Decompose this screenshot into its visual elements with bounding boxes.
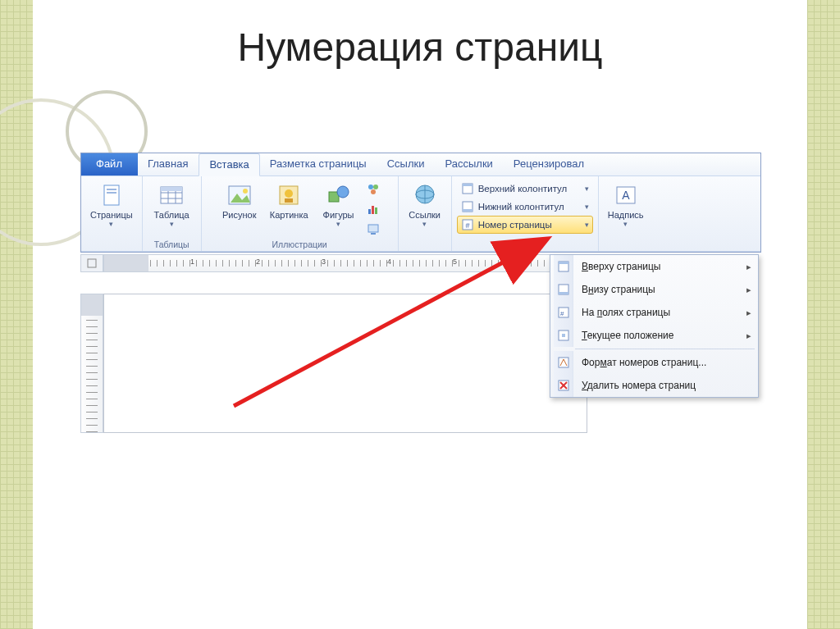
svg-rect-1 [107,189,116,190]
chevron-down-icon: ▾ [109,220,113,228]
format-icon [554,351,573,374]
remove-icon [554,374,573,397]
pagenumber-button[interactable]: # Номер страницы ▾ [457,216,593,234]
pagenumber-icon: # [461,218,474,231]
picture-icon [226,182,253,208]
svg-point-18 [373,185,378,189]
vertical-ruler[interactable] [80,294,103,433]
link-icon [412,182,438,208]
svg-text:A: A [622,189,630,202]
clipart-icon [276,182,302,208]
svg-rect-22 [375,207,377,214]
header-label: Верхний колонтитул [478,184,568,194]
group-headerfooter: Верхний колонтитул ▾ Нижний колонтитул ▾… [452,176,599,251]
tab-file[interactable]: Файл [81,153,138,175]
group-tables-label: Таблицы [154,239,189,251]
svg-rect-38 [559,262,568,264]
ribbon-tabs: Файл Главная Вставка Разметка страницы С… [81,153,760,176]
clipart-label: Картинка [270,210,308,220]
svg-rect-0 [104,185,119,205]
shapes-button[interactable]: Фигуры ▾ [316,178,362,230]
dd-top-of-page[interactable]: Вверху страницы ▸ [550,255,758,278]
submenu-arrow-icon: ▸ [746,308,751,318]
textbox-button[interactable]: A Надпись ▾ [602,178,650,230]
pagenum-current-icon [554,324,573,347]
submenu-arrow-icon: ▸ [746,262,751,272]
group-illustrations: Рисунок Картинка Фигуры ▾ [202,176,399,251]
chevron-down-icon: ▾ [623,220,628,228]
horizontal-ruler[interactable]: 1 2 3 4 5 6 [80,254,589,272]
ruler-numbers: 1 2 3 4 5 6 [104,255,588,271]
svg-rect-36 [88,259,96,267]
chevron-down-icon: ▾ [585,185,589,193]
tab-insert[interactable]: Вставка [199,153,259,176]
pagenum-bottom-icon [554,278,573,301]
smartart-button[interactable] [364,180,382,198]
pagenumber-dropdown: Вверху страницы ▸ Внизу страницы ▸ # На … [550,254,759,398]
header-button[interactable]: Верхний колонтитул ▾ [457,180,593,198]
document-page[interactable] [103,294,587,433]
slide-title: Нумерация страниц [0,25,840,70]
svg-point-16 [337,186,349,198]
chevron-down-icon: ▾ [585,203,589,211]
footer-button[interactable]: Нижний колонтитул ▾ [457,198,593,216]
header-icon [461,182,474,195]
svg-rect-14 [285,198,293,203]
textbox-icon: A [613,182,639,208]
picture-button[interactable]: Рисунок [217,178,262,222]
pages-label: Страницы [90,210,133,220]
group-hf-label [523,239,526,251]
svg-rect-29 [463,184,472,186]
pagenum-margin-icon: # [554,301,573,324]
chevron-down-icon: ▾ [585,221,589,229]
table-label: Таблица [154,210,189,220]
illus-small-buttons [363,180,383,239]
footer-label: Нижний колонтитул [478,202,564,212]
page-icon [98,182,125,208]
pagenumber-label: Номер страницы [478,220,552,230]
clipart-button[interactable]: Картинка [264,178,314,222]
table-icon [158,182,185,208]
pages-button[interactable]: Страницы ▾ [84,178,139,230]
group-text-label [624,239,627,251]
svg-rect-21 [372,206,374,214]
svg-rect-40 [559,292,568,294]
ruler-top-margin[interactable] [81,294,103,316]
table-button[interactable]: Таблица ▾ [148,178,195,230]
screenshot-button[interactable] [364,220,382,238]
tab-layout[interactable]: Разметка страницы [260,153,377,175]
svg-rect-31 [463,209,472,212]
submenu-arrow-icon: ▸ [746,330,751,341]
group-pages: Страницы ▾ [81,176,143,251]
dd-remove-numbers[interactable]: Удалить номера страниц [550,374,758,397]
svg-rect-23 [368,225,378,232]
group-tables: Таблица ▾ Таблицы [143,176,202,251]
group-links: Ссылки ▾ [399,176,452,251]
tab-review[interactable]: Рецензировал [504,153,595,175]
shapes-icon [326,182,352,208]
tab-references[interactable]: Ссылки [377,153,436,175]
links-button[interactable]: Ссылки ▾ [402,178,448,230]
shapes-label: Фигуры [323,210,354,220]
word-ribbon: Файл Главная Вставка Разметка страницы С… [80,153,761,253]
tab-home[interactable]: Главная [138,153,199,175]
dd-format-numbers[interactable]: Формат номеров страниц... [550,351,758,374]
svg-text:#: # [465,221,469,230]
dd-bottom-of-page[interactable]: Внизу страницы ▸ [550,278,758,301]
tab-mailings[interactable]: Рассылки [436,153,504,175]
dd-page-margins[interactable]: # На полях страницы ▸ [550,301,758,324]
ribbon-body: Страницы ▾ Таблица ▾ [81,176,760,252]
svg-text:#: # [560,310,564,317]
ruler-corner[interactable] [80,254,103,272]
svg-rect-44 [562,334,565,337]
group-text: A Надпись ▾ [599,176,653,251]
svg-rect-20 [368,209,371,214]
textbox-label: Надпись [608,210,644,220]
svg-point-17 [368,185,373,189]
ruler-track[interactable]: 1 2 3 4 5 6 [103,254,589,272]
picture-label: Рисунок [222,210,257,220]
group-pages-label [110,239,112,251]
svg-point-11 [243,189,248,194]
chart-button[interactable] [364,200,382,218]
dd-current-position[interactable]: Текущее положение ▸ [550,324,758,347]
